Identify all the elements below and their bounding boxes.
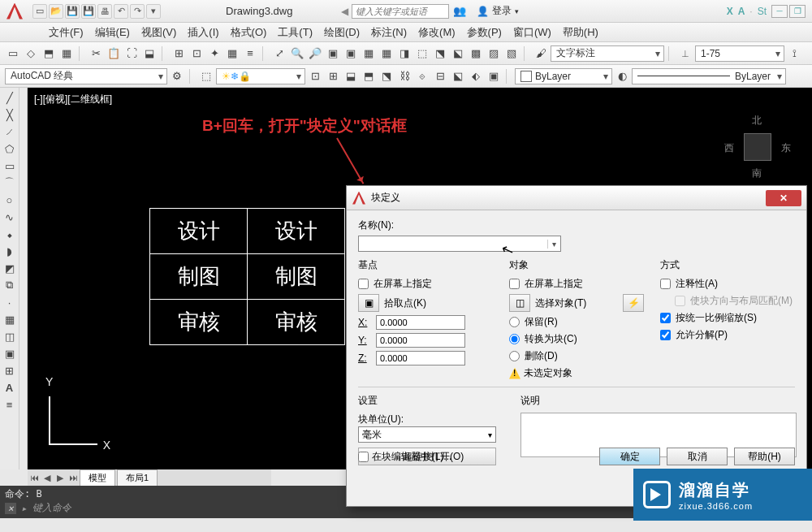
tool-icon[interactable]: ⟟ <box>786 45 802 62</box>
tool-icon[interactable]: ◨ <box>396 45 412 62</box>
close-icon[interactable]: ✕ <box>766 190 801 206</box>
restore-icon[interactable]: ❐ <box>789 5 806 18</box>
tool-icon[interactable]: 🔍 <box>289 45 305 62</box>
cancel-button[interactable]: 取消 <box>667 448 728 465</box>
uniform-checkbox[interactable] <box>660 313 671 323</box>
tool-icon[interactable]: ⊟ <box>432 68 448 84</box>
mline-icon[interactable]: ≡ <box>2 396 18 413</box>
tab-next-icon[interactable]: ▶ <box>54 471 67 484</box>
chevron-left-icon[interactable]: ◀ <box>341 6 348 17</box>
minimize-icon[interactable]: ─ <box>771 5 788 18</box>
tool-icon[interactable]: ◐ <box>614 68 630 84</box>
tool-icon[interactable]: ⬖ <box>468 68 484 84</box>
color-combo[interactable]: ByLayer ▾ <box>515 68 612 84</box>
open-editor-checkbox[interactable] <box>358 452 369 462</box>
tool-icon[interactable]: ◇ <box>23 45 39 62</box>
x-input[interactable] <box>376 315 465 330</box>
layer-icon[interactable]: ⬚ <box>198 68 214 84</box>
onscreen-checkbox[interactable] <box>358 279 369 289</box>
qat-dd-icon[interactable]: ▾ <box>146 4 161 19</box>
tool-icon[interactable]: ⛶ <box>123 45 140 62</box>
polygon-icon[interactable]: ⬠ <box>2 141 18 157</box>
menu-help[interactable]: 帮助(H) <box>558 24 603 41</box>
tab-first-icon[interactable]: ⏮ <box>28 471 41 484</box>
exchange-a-icon[interactable]: A <box>738 6 745 17</box>
tool-icon[interactable]: ⬕ <box>450 68 466 84</box>
tool-icon[interactable]: ▦ <box>58 45 75 62</box>
line-icon[interactable]: ╱ <box>2 89 18 106</box>
search-icon[interactable]: 👥 <box>452 4 467 19</box>
dim-icon[interactable]: ⟂ <box>677 45 693 62</box>
login-link[interactable]: 👤 登录 ▾ <box>477 4 519 18</box>
grad-icon[interactable]: ◫ <box>2 328 18 344</box>
explode-checkbox[interactable] <box>660 330 671 340</box>
tool-icon[interactable]: ▨ <box>486 45 502 62</box>
gear-icon[interactable]: ⚙ <box>169 68 185 84</box>
viewcube[interactable]: 北 南 西 东 <box>721 110 794 184</box>
linetype-combo[interactable]: ByLayer ▾ <box>632 68 786 84</box>
tool-icon[interactable]: ▦ <box>361 45 377 62</box>
new-icon[interactable]: ▭ <box>32 4 47 19</box>
layer-combo[interactable]: ☀❄🔒 ▾ <box>216 68 305 84</box>
tool-icon[interactable]: ⤢ <box>271 45 287 62</box>
circle-icon[interactable]: ○ <box>2 192 18 208</box>
block-icon[interactable]: ◩ <box>2 260 18 276</box>
menu-dimension[interactable]: 标注(N) <box>366 24 412 41</box>
tool-icon[interactable]: ▦ <box>378 45 395 62</box>
open-icon[interactable]: 📂 <box>49 4 63 19</box>
tab-prev-icon[interactable]: ◀ <box>41 471 54 484</box>
region-icon[interactable]: ▣ <box>2 345 18 361</box>
y-input[interactable] <box>376 333 465 348</box>
hatch-icon[interactable]: ▦ <box>2 311 18 327</box>
tool-icon[interactable]: ⊡ <box>188 45 205 62</box>
menu-draw[interactable]: 绘图(D) <box>319 24 365 41</box>
tool-icon[interactable]: ≡ <box>242 45 258 62</box>
ellipse-icon[interactable]: ⬥ <box>2 226 18 242</box>
arc-icon[interactable]: ⌒ <box>2 175 18 191</box>
tool-icon[interactable]: ⬓ <box>141 45 158 62</box>
help-button[interactable]: 帮助(H) <box>734 448 795 465</box>
quickselect-button[interactable]: ⚡ <box>623 294 644 312</box>
menu-tools[interactable]: 工具(T) <box>273 24 317 41</box>
tool-icon[interactable]: ⬓ <box>343 68 359 84</box>
tool-icon[interactable]: ⬒ <box>41 45 57 62</box>
onscreen-obj-checkbox[interactable] <box>509 279 520 289</box>
delete-radio[interactable] <box>509 351 520 361</box>
workspace-combo[interactable]: AutoCAD 经典 ▾ <box>5 68 167 84</box>
pickpoint-button[interactable]: ▣ <box>358 294 379 312</box>
tool-icon[interactable]: ▧ <box>503 45 520 62</box>
viewport-label[interactable]: [-][俯视][二维线框] <box>34 93 112 106</box>
select-obj-button[interactable]: ◫ <box>509 294 530 312</box>
save-icon[interactable]: 💾 <box>65 4 80 19</box>
tool-icon[interactable]: ⊡ <box>307 68 323 84</box>
tool-icon[interactable]: ⬚ <box>414 45 430 62</box>
tool-icon[interactable]: 🔎 <box>307 45 323 62</box>
block-name-input[interactable]: ▾ <box>358 236 561 252</box>
tool-icon[interactable]: ⛓ <box>396 68 412 84</box>
unit-combo[interactable]: 毫米▾ <box>358 426 496 443</box>
point-icon[interactable]: · <box>2 294 18 310</box>
viewcube-north[interactable]: 北 <box>752 114 762 128</box>
tab-model[interactable]: 模型 <box>80 469 115 487</box>
spline-icon[interactable]: ∿ <box>2 209 18 225</box>
menu-param[interactable]: 参数(P) <box>462 24 507 41</box>
close-icon[interactable]: × <box>5 503 16 514</box>
exchange-x-icon[interactable]: X <box>727 6 733 17</box>
tool-icon[interactable]: ▭ <box>5 45 21 62</box>
annotative-checkbox[interactable] <box>660 279 671 289</box>
earc-icon[interactable]: ◗ <box>2 243 18 259</box>
print-icon[interactable]: 🖶 <box>97 4 112 19</box>
rect-icon[interactable]: ▭ <box>2 158 18 174</box>
tool-icon[interactable]: ▣ <box>486 68 502 84</box>
ok-button[interactable]: 确定 <box>599 448 660 465</box>
viewcube-south[interactable]: 南 <box>752 167 762 180</box>
textstyle-combo[interactable]: 文字标注 ▾ <box>551 45 664 62</box>
tool-icon[interactable]: ▦ <box>224 45 240 62</box>
z-input[interactable] <box>376 351 465 365</box>
brush-icon[interactable]: 🖌 <box>533 45 549 62</box>
viewcube-west[interactable]: 西 <box>724 141 734 155</box>
app-logo[interactable] <box>5 2 24 21</box>
insert-icon[interactable]: ⧉ <box>2 277 18 293</box>
tool-icon[interactable]: ⬔ <box>378 68 395 84</box>
convert-radio[interactable] <box>509 334 520 344</box>
